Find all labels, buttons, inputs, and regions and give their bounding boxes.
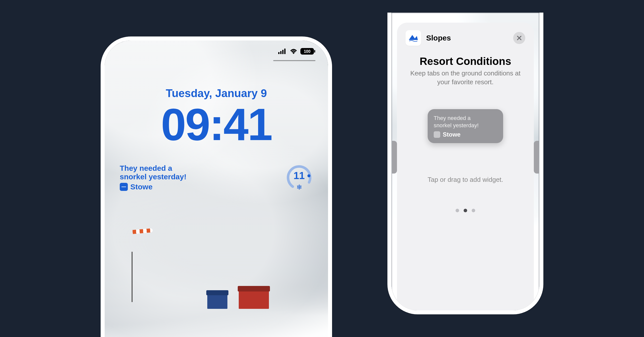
battery-icon: 100 bbox=[300, 48, 315, 56]
preview-line2: snorkel yesterday! bbox=[434, 122, 497, 129]
svg-text:100: 100 bbox=[304, 49, 311, 54]
widget-condition-line2: snorkel yesterday! bbox=[120, 173, 186, 181]
svg-rect-5 bbox=[314, 50, 315, 53]
widget-title: Resort Conditions bbox=[406, 55, 525, 67]
lock-date: Tuesday, January 9 bbox=[105, 87, 328, 100]
snowflake-icon: ❄ bbox=[296, 183, 302, 191]
page-dot-0[interactable] bbox=[456, 209, 459, 212]
preview-resort-name: Stowe bbox=[443, 131, 461, 138]
lock-time: 09:41 bbox=[105, 98, 328, 150]
svg-rect-3 bbox=[284, 49, 286, 54]
phone-lock-screen: 100 Tuesday, January 9 09:41 They needed… bbox=[101, 36, 332, 337]
page-dot-1[interactable] bbox=[464, 209, 467, 212]
resort-name-label: Stowe bbox=[130, 183, 152, 191]
svg-rect-1 bbox=[280, 51, 281, 54]
widget-description: Keep tabs on the ground conditions at yo… bbox=[406, 69, 525, 87]
page-indicator[interactable] bbox=[406, 209, 525, 212]
widget-gallery-sheet: Slopes Resort Conditions Keep tabs on th… bbox=[397, 23, 534, 310]
carousel-prev-edge[interactable] bbox=[392, 141, 397, 174]
lock-widget-area: They needed a snorkel yesterday! Stowe 1… bbox=[120, 164, 313, 191]
widget-preview[interactable]: They needed a snorkel yesterday! Stowe bbox=[428, 109, 503, 143]
carousel-next-edge[interactable] bbox=[534, 141, 539, 174]
cellular-signal-icon bbox=[278, 49, 287, 55]
blue-hut bbox=[207, 294, 227, 309]
resort-logo-icon bbox=[120, 183, 128, 191]
status-bar: 100 bbox=[278, 48, 315, 56]
wifi-icon bbox=[290, 49, 297, 55]
preview-resort-logo-icon bbox=[434, 131, 440, 138]
widget-condition-line1: They needed a bbox=[120, 164, 186, 173]
resort-conditions-widget[interactable]: They needed a snorkel yesterday! Stowe bbox=[120, 164, 186, 191]
slopes-app-icon bbox=[406, 30, 421, 46]
preview-line1: They needed a bbox=[434, 115, 497, 122]
instruction-label: Tap or drag to add widget. bbox=[406, 176, 525, 184]
close-button[interactable] bbox=[513, 32, 525, 44]
phone-widget-gallery: Slopes Resort Conditions Keep tabs on th… bbox=[387, 13, 543, 314]
close-icon bbox=[517, 35, 522, 40]
svg-rect-2 bbox=[282, 50, 284, 54]
app-name-label: Slopes bbox=[426, 34, 451, 42]
svg-rect-0 bbox=[278, 52, 279, 54]
page-dot-2[interactable] bbox=[472, 209, 475, 212]
circular-snow-widget[interactable]: 11 ❄ bbox=[285, 164, 313, 191]
status-underline bbox=[273, 60, 315, 61]
red-hut bbox=[239, 290, 269, 309]
